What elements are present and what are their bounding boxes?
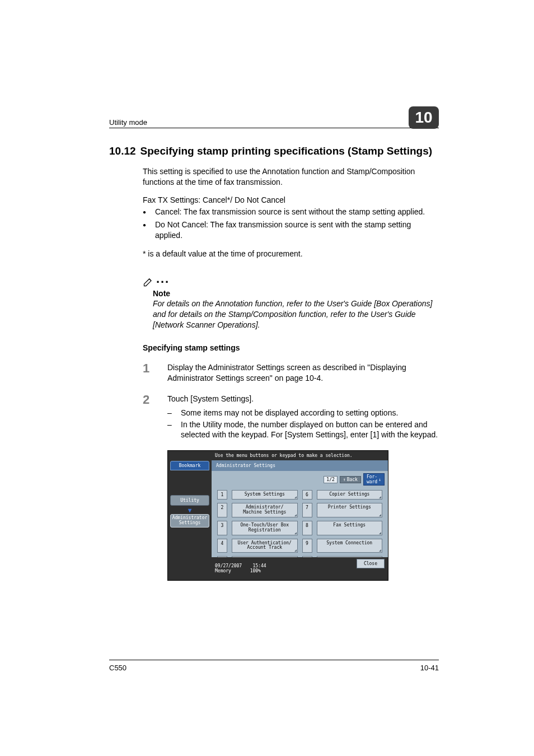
note-icon-row: ... <box>143 270 439 287</box>
menu-onetouch-userbox[interactable]: One-Touch/User Box Registration <box>232 521 298 535</box>
bullet-item: Cancel: The fax transmission source is s… <box>143 207 439 217</box>
bookmark-tab[interactable]: Bookmark <box>170 461 209 470</box>
sidebar-admin-settings[interactable]: Administrator Settings <box>170 514 209 528</box>
note-label: Note <box>153 288 439 299</box>
step-list: 1 Display the Administrator Settings scr… <box>143 362 439 440</box>
status-memory-value: 100% <box>250 568 261 573</box>
menu-system-connection[interactable]: System Connection <box>317 539 383 553</box>
status-memory-label: Memory <box>215 568 231 573</box>
menu-fax-settings[interactable]: Fax Settings <box>317 521 383 535</box>
ui-status-bar: 09/27/2007 15:44 Memory 100% Close <box>212 557 388 580</box>
admin-settings-screenshot: Bookmark Utility ▼ Administrator Setting… <box>167 450 388 581</box>
section-title-text: Specifying stamp printing specifications… <box>140 144 433 158</box>
settings-bullet-list: Cancel: The fax transmission source is s… <box>143 207 439 241</box>
settings-line: Fax TX Settings: Cancel*/ Do Not Cancel <box>143 195 439 206</box>
chapter-number-badge: 10 <box>409 106 439 129</box>
ui-main-area: Use the menu buttons or keypad to make a… <box>212 451 388 580</box>
footer-page-number: 10-41 <box>420 664 439 672</box>
step-number: 1 <box>143 360 149 377</box>
ui-pager-row: 1/2 ↑Back For- ward↓ <box>212 471 388 487</box>
pager-back-button[interactable]: ↑Back <box>340 476 361 483</box>
step-text: Display the Administrator Settings scree… <box>167 363 406 382</box>
footer-model: C550 <box>109 664 127 672</box>
menu-admin-machine[interactable]: Administrator/ Machine Settings <box>232 503 298 517</box>
procedure-heading: Specifying stamp settings <box>143 343 439 353</box>
ui-hint-bar: Use the menu buttons or keypad to make a… <box>212 451 388 460</box>
page-indicator: 1/2 <box>324 476 337 483</box>
sidebar-utility-button[interactable]: Utility <box>170 495 209 506</box>
menu-printer-settings[interactable]: Printer Settings <box>317 503 383 517</box>
arrow-left-icon: ↑ <box>343 477 346 482</box>
status-date: 09/27/2007 <box>215 563 242 568</box>
menu-num-9: 9 <box>302 539 312 553</box>
arrow-down-icon: ▼ <box>170 507 209 514</box>
note-text: For details on the Annotation function, … <box>153 298 439 330</box>
menu-num-2: 2 <box>217 503 227 517</box>
default-footnote: * is a default value at the time of proc… <box>143 249 439 259</box>
ui-title-bar: Administrator Settings <box>212 460 388 471</box>
menu-copier-settings[interactable]: Copier Settings <box>317 490 383 500</box>
running-header: Utility mode 10 <box>109 106 439 128</box>
menu-num-8: 8 <box>302 521 312 535</box>
section-heading: 10.12 Specifying stamp printing specific… <box>109 144 439 158</box>
bullet-item: Do Not Cancel: The fax transmission sour… <box>143 220 439 241</box>
pencil-note-icon <box>143 276 154 287</box>
menu-num-6: 6 <box>302 490 312 500</box>
close-button[interactable]: Close <box>357 559 385 568</box>
arrow-right-icon: ↓ <box>378 477 381 482</box>
page-footer: C550 10-41 <box>109 660 439 672</box>
chapter-number: 10 <box>415 109 432 127</box>
menu-num-7: 7 <box>302 503 312 517</box>
note-dots-icon: ... <box>156 272 170 286</box>
section-number: 10.12 <box>109 144 136 158</box>
status-time: 15:44 <box>252 563 266 568</box>
step-sub-item: In the Utility mode, the number displaye… <box>167 419 439 441</box>
menu-num-1: 1 <box>217 490 227 500</box>
step-sub-item: Some items may not be displayed accordin… <box>167 408 439 418</box>
intro-paragraph: This setting is specified to use the Ann… <box>143 166 439 188</box>
menu-user-auth[interactable]: User Authentication/ Account Track <box>232 539 298 553</box>
step-text: Touch [System Settings]. <box>167 394 254 403</box>
ui-sidebar: Bookmark Utility ▼ Administrator Setting… <box>168 451 212 580</box>
running-head-text: Utility mode <box>109 118 147 127</box>
step-2: 2 Touch [System Settings]. Some items ma… <box>143 394 439 441</box>
menu-num-3: 3 <box>217 521 227 535</box>
step-sub-list: Some items may not be displayed accordin… <box>167 408 439 441</box>
step-1: 1 Display the Administrator Settings scr… <box>143 362 439 384</box>
pager-forward-button[interactable]: For- ward↓ <box>363 473 385 486</box>
menu-system-settings[interactable]: System Settings <box>232 490 298 500</box>
ui-menu-grid: 1 System Settings 6 Copier Settings 2 Ad… <box>212 487 388 569</box>
menu-num-4: 4 <box>217 539 227 553</box>
step-number: 2 <box>143 391 149 408</box>
